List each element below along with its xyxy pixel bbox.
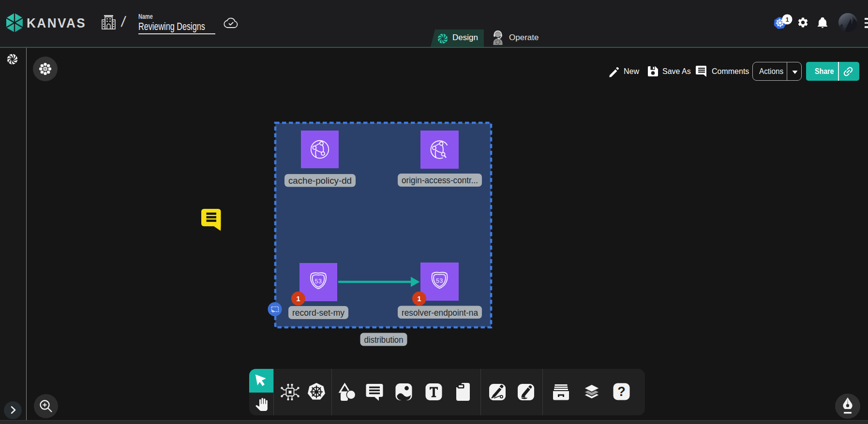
svg-text:53: 53 [436, 278, 443, 284]
svg-text:1: 1 [417, 294, 421, 303]
svg-text:1: 1 [296, 294, 300, 303]
svg-text:resolver-endpoint-na: resolver-endpoint-na [402, 307, 478, 318]
svg-text:origin-access-contr...: origin-access-contr... [402, 175, 478, 185]
svg-text:?: ? [617, 384, 626, 399]
svg-text:record-set-my: record-set-my [292, 307, 344, 318]
svg-text:53: 53 [315, 278, 322, 285]
svg-text:distribution: distribution [364, 335, 404, 345]
svg-text:cache-policy-dd: cache-policy-dd [288, 175, 352, 186]
